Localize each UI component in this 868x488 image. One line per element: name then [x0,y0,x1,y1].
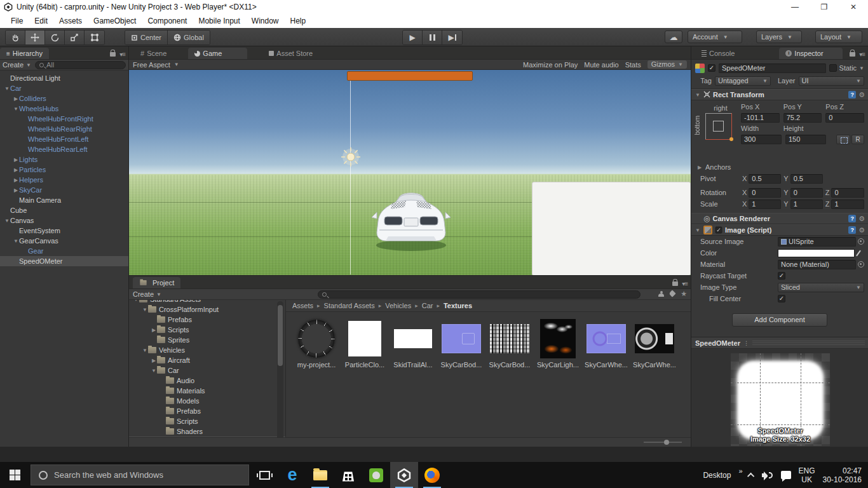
tab-hierarchy[interactable]: ≡ Hierarchy [0,48,49,59]
rotation-y-field[interactable]: 0 [790,188,823,198]
asset-tile-skycarligh-[interactable]: SkyCarLigh... [538,318,578,369]
pivot-toggle-button[interactable]: Center [125,30,168,44]
pause-button[interactable] [423,30,442,44]
clock[interactable]: 02:4730-10-2016 [823,466,862,484]
gameobject-item-lights[interactable]: ▶Lights [0,154,128,165]
height-field[interactable]: 150 [785,135,826,144]
panel-menu-icon[interactable]: ▾≡ [682,280,688,287]
account-dropdown[interactable]: Account▼ [688,30,742,43]
desktop-toolbar-label[interactable]: Desktop [703,471,731,480]
menu-window[interactable]: Window [246,14,285,28]
panel-menu-icon[interactable]: ▾≡ [859,51,865,58]
hierarchy-search-input[interactable]: All [35,61,126,69]
notification-center-icon[interactable] [781,471,791,479]
gameobject-item-wheelhubrearright[interactable]: WheelHubRearRight [0,124,128,134]
asset-tile-skidtrailal-[interactable]: SkidTrailAl... [393,318,433,369]
pos-x-field[interactable]: -101.1 [741,113,780,123]
tag-dropdown[interactable]: Untagged▼ [715,76,771,86]
menu-assets[interactable]: Assets [53,14,88,28]
toolbar-overflow-icon[interactable]: » [738,467,741,475]
gameobject-name-field[interactable]: SpeedOMeter [719,64,826,73]
tab-inspector[interactable]: i Inspector [779,48,842,59]
tab-console[interactable]: Console [695,48,741,59]
gameobject-item-wheelhubfrontleft[interactable]: WheelHubFrontLeft [0,134,128,144]
object-picker-icon[interactable] [858,238,864,245]
object-picker-icon[interactable] [858,261,864,268]
pivot-y-field[interactable]: 0.5 [790,174,823,184]
lock-icon[interactable] [850,52,855,57]
material-field[interactable]: None (Material) [778,260,856,269]
gear-icon[interactable]: ⚙ [858,215,865,223]
language-indicator[interactable]: ENGUK [799,466,815,484]
folder-item-prefabs[interactable]: Prefabs [129,315,285,325]
tab-asset-store[interactable]: Asset Store [262,48,319,59]
breadcrumb-assets[interactable]: Assets [292,302,313,309]
menu-edit[interactable]: Edit [29,14,53,28]
preview-drag-handle[interactable] [752,341,865,345]
gameobject-item-eventsystem[interactable]: EventSystem [0,226,128,236]
gameobject-item-gearcanvas[interactable]: ▼GearCanvas [0,236,128,246]
search-by-type-icon[interactable] [658,291,664,297]
foldout-icon[interactable]: ▼ [695,227,701,233]
layout-dropdown[interactable]: Layout▼ [815,30,862,43]
add-component-button[interactable]: Add Component [732,313,827,327]
folder-item-car[interactable]: ▼Car [129,365,285,376]
gameobject-item-wheelshubs[interactable]: ▼WheelsHubs [0,104,128,114]
scale-y-field[interactable]: 1 [790,200,823,209]
folder-item-crossplatforminput[interactable]: ▼CrossPlatformInput [129,304,285,315]
chevron-down-icon[interactable]: ▼ [859,65,864,71]
layer-dropdown[interactable]: UI▼ [799,76,864,86]
gameobject-item-speedometer[interactable]: SpeedOMeter [0,256,128,266]
rect-tool-icon[interactable] [85,30,104,44]
breadcrumb-vehicles[interactable]: Vehicles [385,302,411,309]
tab-scene[interactable]: # Scene [134,48,173,59]
asset-tile-skycarwhe-[interactable]: SkyCarWhe... [634,318,675,369]
scale-tool-icon[interactable] [65,30,85,44]
gameobject-item-main-camera[interactable]: Main Camera [0,195,128,205]
folder-item-scripts[interactable]: ▶Scripts [129,325,285,335]
foldout-icon[interactable]: ▶ [696,165,703,170]
color-swatch[interactable] [778,249,855,257]
foldout-icon[interactable]: ▶ [13,187,19,193]
folder-item-shaders[interactable]: Shaders [129,426,285,437]
minimize-button[interactable]: — [780,0,810,14]
tab-game[interactable]: Game [188,48,247,59]
static-checkbox[interactable] [829,64,837,72]
tab-project[interactable]: Project [133,277,180,288]
foldout-icon[interactable]: ▼ [13,238,19,244]
foldout-icon[interactable]: ▼ [151,368,157,374]
image-type-dropdown[interactable]: Sliced▼ [778,283,864,292]
preview-header[interactable]: SpeedOMeter ⋮ [691,337,868,349]
gameobject-item-directional-light[interactable]: Directional Light [0,73,128,83]
help-icon[interactable]: ? [848,215,856,222]
rotation-x-field[interactable]: 0 [749,188,781,198]
project-search-input[interactable] [318,290,641,299]
gear-icon[interactable]: ⚙ [858,226,865,234]
eyedropper-icon[interactable] [857,249,864,257]
firefox-button[interactable] [418,462,446,488]
scale-z-field[interactable]: 1 [831,200,864,209]
asset-tile-skycarbod-[interactable]: SkyCarBod... [441,318,482,369]
edge-button[interactable]: e [278,462,306,488]
scale-x-field[interactable]: 1 [749,200,781,209]
rect-transform-header[interactable]: ▼ Rect Transform ? ⚙ [691,89,868,100]
breadcrumb-standard-assets[interactable]: Standard Assets [324,302,375,309]
project-tree-scrollbar[interactable] [277,301,283,437]
menu-help[interactable]: Help [285,14,312,28]
width-field[interactable]: 300 [741,135,782,144]
menu-mobile-input[interactable]: Mobile Input [193,14,245,28]
project-create-button[interactable]: Create▼ [133,290,161,298]
mute-audio-toggle[interactable]: Mute audio [584,61,618,69]
folder-item-prefabs[interactable]: Prefabs [129,406,285,416]
maximize-on-play-toggle[interactable]: Maximize on Play [523,61,578,69]
asset-tile-particleclo-[interactable]: ParticleClo... [344,318,385,369]
gameobject-item-car[interactable]: ▼Car [0,83,128,93]
folder-item-vehicles[interactable]: ▼Vehicles [129,345,285,355]
help-icon[interactable]: ? [848,91,856,98]
hierarchy-create-button[interactable]: Create▼ [3,61,31,69]
gameobject-item-particles[interactable]: ▶Particles [0,165,128,175]
gizmos-dropdown[interactable]: Gizmos ▼ [648,60,687,69]
layers-dropdown[interactable]: Layers▼ [756,30,802,43]
menu-gameobject[interactable]: GameObject [88,14,142,28]
pivot-x-field[interactable]: 0.5 [749,174,781,184]
